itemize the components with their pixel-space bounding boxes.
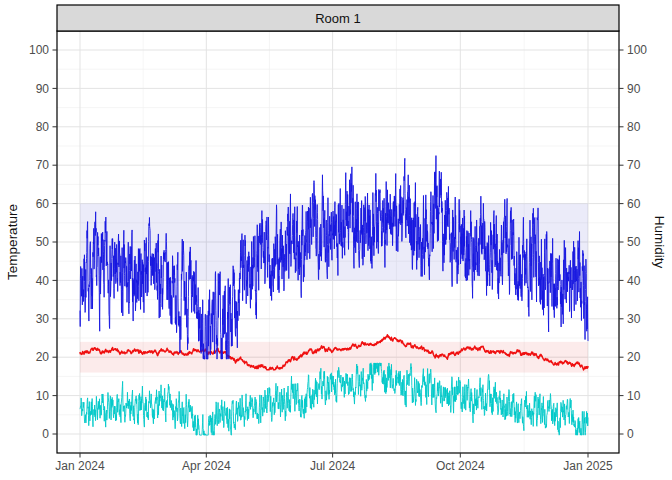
x-tick-label: Apr 2024 [182, 459, 231, 473]
y-tick-label-left: 90 [36, 82, 50, 96]
y-axis-right: 0102030405060708090100 [619, 43, 647, 441]
y-tick-label-left: 40 [36, 274, 50, 288]
y-axis-left: 0102030405060708090100 [29, 43, 57, 441]
y-tick-label-right: 20 [627, 350, 641, 364]
y-tick-label-left: 20 [36, 350, 50, 364]
y-tick-label-left: 80 [36, 120, 50, 134]
y-tick-label-right: 30 [627, 312, 641, 326]
facet-strip-title: Room 1 [315, 11, 361, 26]
y-tick-label-left: 50 [36, 235, 50, 249]
y-tick-label-left: 30 [36, 312, 50, 326]
y-tick-label-left: 100 [29, 43, 49, 57]
y-tick-label-right: 100 [627, 43, 647, 57]
x-axis-bottom: Jan 2024Apr 2024Jul 2024Oct 2024Jan 2025 [55, 453, 613, 473]
y-tick-label-right: 80 [627, 120, 641, 134]
y-tick-label-left: 0 [42, 427, 49, 441]
y-tick-label-left: 70 [36, 158, 50, 172]
y-tick-label-right: 40 [627, 274, 641, 288]
y-tick-label-right: 70 [627, 158, 641, 172]
y-axis-title-right: Humidity [652, 216, 667, 269]
temperature-comfort-band [80, 342, 588, 373]
x-tick-label: Jul 2024 [310, 459, 356, 473]
x-tick-label: Oct 2024 [436, 459, 485, 473]
y-tick-label-right: 0 [627, 427, 634, 441]
y-tick-label-right: 60 [627, 197, 641, 211]
y-tick-label-left: 10 [36, 389, 50, 403]
x-tick-label: Jan 2024 [55, 459, 105, 473]
y-tick-label-left: 60 [36, 197, 50, 211]
chart-svg: Room 1 0102030405060708090100 0102030405… [0, 0, 672, 480]
x-tick-label: Jan 2025 [563, 459, 613, 473]
y-tick-label-right: 90 [627, 82, 641, 96]
y-tick-label-right: 50 [627, 235, 641, 249]
y-tick-label-right: 10 [627, 389, 641, 403]
chart-figure: Room 1 0102030405060708090100 0102030405… [0, 0, 672, 480]
y-axis-title-left: Temperature [5, 204, 20, 280]
